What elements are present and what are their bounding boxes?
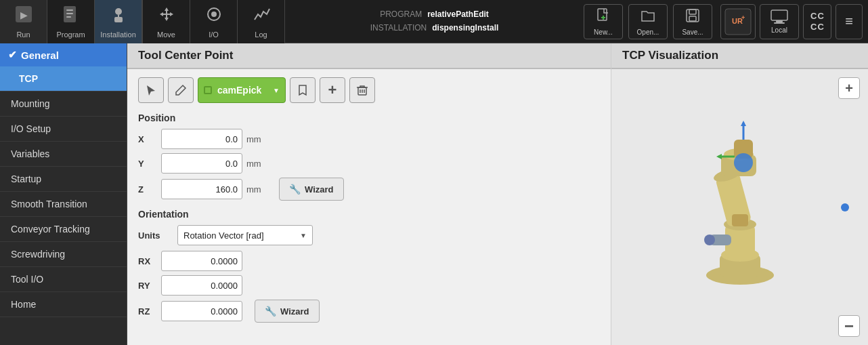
orientation-title: Orientation: [138, 209, 600, 220]
svg-rect-20: [771, 10, 787, 20]
cc-panel: C C C C: [803, 4, 831, 39]
main-layout: ✔ General TCP Mounting I/O Setup Variabl…: [0, 43, 868, 345]
cc-1: C: [810, 11, 817, 21]
pointer-button[interactable]: [138, 77, 164, 103]
cc-2: C: [818, 11, 824, 21]
menu-button[interactable]: ≡: [836, 4, 863, 39]
x-field-row: X mm: [138, 129, 600, 149]
svg-marker-39: [741, 121, 746, 126]
sidebar-header: ✔ General: [0, 43, 127, 66]
viz-title: TCP Visualization: [611, 43, 868, 69]
sidebar-item-conveyor-tracking[interactable]: Conveyor Tracking: [0, 217, 127, 242]
units-row: Units Rotation Vector [rad] ▼: [138, 225, 600, 245]
svg-point-44: [704, 235, 715, 245]
viz-slider-dot[interactable]: [841, 203, 849, 211]
file-actions: New... Open... Save...: [584, 4, 720, 39]
new-button[interactable]: New...: [584, 4, 623, 39]
z-unit: mm: [246, 184, 267, 195]
sidebar-item-variables[interactable]: Variables: [0, 142, 127, 167]
z-field-row: Z mm 🔧 Wizard: [138, 178, 600, 201]
position-wizard-button[interactable]: 🔧 Wizard: [279, 178, 344, 201]
program-info: PROGRAM relativePathEdit INSTALLATION di…: [285, 8, 584, 34]
zoom-out-button[interactable]: −: [838, 315, 860, 337]
sidebar-item-tcp[interactable]: TCP: [0, 66, 127, 92]
program-value: relativePathEdit: [427, 8, 489, 21]
units-dropdown[interactable]: Rotation Vector [rad] ▼: [177, 225, 313, 245]
open-button[interactable]: Open...: [628, 4, 668, 39]
units-value: Rotation Vector [rad]: [183, 230, 297, 241]
tcp-panel-title: Tool Center Point: [127, 43, 611, 69]
y-field-row: Y mm: [138, 153, 600, 174]
sidebar-item-home[interactable]: Home: [0, 292, 127, 317]
svg-point-10: [211, 12, 217, 17]
local-button[interactable]: Local: [760, 4, 799, 39]
program-label: Program: [56, 31, 85, 39]
svg-rect-22: [774, 22, 785, 24]
move-button[interactable]: Move: [143, 0, 190, 43]
tcp-dropdown-arrow: ▼: [273, 87, 280, 94]
x-input[interactable]: [161, 129, 242, 149]
ry-field-row: RY: [138, 275, 600, 296]
edit-button[interactable]: [168, 77, 194, 103]
run-button[interactable]: ▶ Run: [0, 0, 47, 43]
ur-plus-button[interactable]: UR +: [720, 4, 756, 39]
sidebar-item-startup[interactable]: Startup: [0, 167, 127, 192]
tcp-toolbar: camEpick ▼ +: [138, 77, 600, 103]
position-wizard-icon: 🔧: [289, 184, 301, 195]
sidebar-item-smooth-transition[interactable]: Smooth Transition: [0, 192, 127, 217]
ry-input[interactable]: [161, 275, 242, 296]
zoom-in-button[interactable]: +: [838, 77, 860, 99]
io-button[interactable]: I/O: [190, 0, 238, 43]
save-icon: [685, 7, 701, 27]
tcp-name-label: camEpick: [217, 85, 270, 96]
installation-label-text: INSTALLATION: [370, 22, 427, 35]
save-button[interactable]: Save...: [673, 4, 712, 39]
tcp-name-dropdown[interactable]: camEpick ▼: [198, 77, 286, 103]
orientation-wizard-label: Wizard: [280, 306, 309, 317]
installation-icon: [109, 5, 128, 28]
bookmark-button[interactable]: [290, 77, 316, 103]
run-label: Run: [16, 31, 30, 39]
svg-rect-21: [776, 20, 783, 22]
nav-buttons: ▶ Run Program Installation Move: [0, 0, 285, 43]
svg-rect-14: [687, 9, 699, 22]
tcp-color-indicator: [204, 86, 212, 94]
y-label: Y: [138, 159, 157, 169]
units-dropdown-arrow: ▼: [300, 232, 307, 239]
program-button[interactable]: Program: [47, 0, 95, 43]
run-icon: ▶: [14, 5, 33, 28]
new-icon: [595, 7, 611, 27]
sidebar-item-mounting[interactable]: Mounting: [0, 92, 127, 117]
svg-rect-11: [598, 9, 607, 20]
installation-button[interactable]: Installation: [95, 0, 142, 43]
log-button[interactable]: Log: [238, 0, 285, 43]
svg-rect-16: [689, 16, 696, 21]
svg-text:+: +: [741, 14, 745, 21]
rx-label: RX: [138, 256, 157, 266]
sidebar-item-io-setup[interactable]: I/O Setup: [0, 117, 127, 142]
orientation-wizard-button[interactable]: 🔧 Wizard: [255, 300, 320, 323]
installation-label: Installation: [100, 31, 136, 39]
log-label: Log: [255, 31, 267, 39]
z-label: Z: [138, 184, 157, 195]
sidebar-item-tool-io[interactable]: Tool I/O: [0, 267, 127, 292]
installation-value: dispensingInstall: [432, 22, 498, 35]
add-tcp-button[interactable]: +: [320, 77, 345, 103]
check-icon: ✔: [8, 49, 17, 61]
svg-rect-4: [66, 13, 73, 14]
tcp-content-body: camEpick ▼ + Position: [127, 69, 611, 345]
position-wizard-label: Wizard: [305, 184, 334, 195]
svg-rect-42: [732, 214, 748, 226]
rz-input[interactable]: [161, 301, 242, 321]
delete-tcp-button[interactable]: [349, 77, 375, 103]
io-icon: [204, 5, 223, 28]
robot-visualization: [672, 119, 808, 296]
y-input[interactable]: [161, 153, 242, 174]
local-icon: [770, 9, 789, 25]
sidebar-item-screwdriving[interactable]: Screwdriving: [0, 242, 127, 267]
menu-icon: ≡: [845, 14, 853, 29]
rx-input[interactable]: [161, 251, 242, 271]
rx-field-row: RX: [138, 251, 600, 271]
z-input[interactable]: [161, 179, 242, 199]
svg-rect-15: [689, 9, 696, 14]
